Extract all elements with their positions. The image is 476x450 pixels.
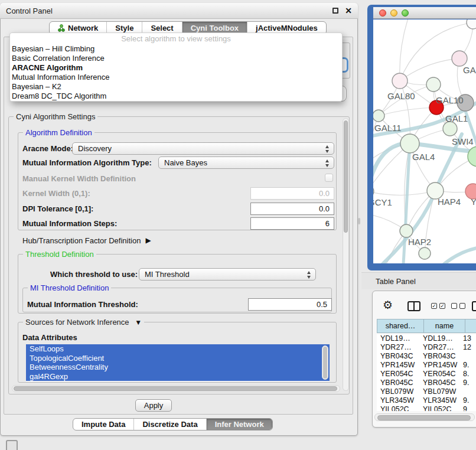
column-header-extra[interactable] [465,319,476,333]
aracne-mode-combobox[interactable]: Discovery [72,142,334,155]
table-row[interactable]: YPR145WYPR145W9. [377,361,476,370]
dropdown-item-bayesian-k2[interactable]: Bayesian – K2 [10,82,342,92]
expand-right-icon: ▶ [145,236,151,244]
table-row[interactable]: YIL052CYIL052C9 [377,405,476,411]
mi-threshold-definition-title: MI Threshold Definition [28,283,111,292]
kernel-width-label: Kernel Width (0,1): [22,187,90,200]
panel-splitter-handle[interactable] [358,218,360,224]
attribute-item-topologicalcoefficient[interactable]: TopologicalCoefficient [26,354,330,363]
tab-discretize-data[interactable]: Discretize Data [133,419,206,430]
dropdown-item-mutual-information-inference[interactable]: Mutual Information Inference [10,73,342,82]
dropdown-item-dream8-dc-tdc-algorithm[interactable]: Dream8 DC_TDC Algorithm [10,92,342,101]
tab-label: Impute Data [81,420,125,429]
dropdown-item-basic-correlation-inference[interactable]: Basic Correlation Inference [10,54,342,63]
network-window-titlebar[interactable] [373,7,476,19]
attributes-scrollbar-thumb[interactable] [323,347,327,379]
table-row[interactable]: YDR27…YDR27…12 [377,343,476,352]
table-row[interactable]: YBR045CYBR045C9. [377,379,476,387]
table-cell: YBR045C [377,379,423,387]
mi-threshold-label: Mutual Information Threshold: [27,298,138,311]
select-all-checkboxes-icon[interactable]: ✓ ✓ [431,303,445,309]
kernel-width-field[interactable]: 0.0 [250,187,334,200]
table-header-row: shared…name [377,319,476,333]
node-label-gal1: GAL1 [445,113,468,123]
node-label-gal11: GAL11 [374,123,402,133]
manual-kernel-width-label: Manual Kernel Width Definition [22,173,136,184]
attribute-item-gal4rgexp[interactable]: gal4RGexp [26,372,330,381]
minimized-panel-icon[interactable] [6,440,18,450]
close-icon[interactable]: ✕ [345,8,352,14]
network-edge[interactable] [400,58,459,81]
table-row[interactable]: YBR043CYBR043C [377,352,476,361]
attribute-item-selfloops[interactable]: SelfLoops [26,344,330,354]
table-options-icon[interactable] [472,301,476,311]
manual-kernel-width-checkbox[interactable] [325,174,333,182]
dropdown-item-aracne-algorithm[interactable]: ARACNE Algorithm [10,63,342,73]
network-node-swi4[interactable] [443,122,457,136]
mi-algorithm-type-combobox[interactable]: Naive Bayes [158,156,334,169]
network-node-gal11[interactable] [373,110,384,122]
table-row[interactable]: YBL079WYBL079W [377,387,476,396]
close-traffic-light[interactable] [379,9,386,17]
table-cell: 12 [463,343,476,352]
table-row[interactable]: YER054CYER054C8. [377,370,476,379]
split-columns-icon[interactable] [407,301,420,311]
mi-algorithm-type-value: Naive Bayes [164,158,207,167]
network-node[interactable] [467,19,476,29]
table-horizontal-scrollbar-thumb[interactable] [377,415,471,420]
network-edge-thick[interactable] [373,144,476,181]
network-tab-icon [58,24,65,32]
attribute-item-betweennesscentrality[interactable]: BetweennessCentrality [26,363,330,372]
network-node-gcy1[interactable] [373,185,374,198]
control-panel-titlebar: Control Panel ✕ [0,3,358,19]
apply-button[interactable]: Apply [135,399,172,412]
network-node-gal10[interactable] [426,77,441,92]
hub-definition-toggle[interactable]: Hub/Transcription Factor Definition ▶ [22,236,151,245]
tab-impute-data[interactable]: Impute Data [73,419,133,430]
sources-title[interactable]: Sources for Network Inference ▼ [23,318,144,327]
table-body[interactable]: YDL19…YDL19…13YDR27…YDR27…12YBR043CYBR04… [377,334,476,411]
settings-horizontal-scrollbar[interactable] [12,385,340,392]
table-cell: YDL19… [377,334,423,343]
dropdown-item-bayesian-hill-climbing[interactable]: Bayesian – Hill Climbing [10,44,342,54]
which-threshold-combobox[interactable]: MI Threshold [139,268,316,281]
table-cell: YER054C [377,370,423,379]
network-node-hap2[interactable] [400,224,413,237]
network-node-gal4[interactable] [400,134,419,153]
column-header-name[interactable]: name [424,319,465,333]
tab-infer-network[interactable]: Infer Network [206,419,272,430]
table-row[interactable]: YDL19…YDL19…13 [377,334,476,343]
node-label-gal10: GAL10 [436,95,464,105]
zoom-traffic-light[interactable] [402,9,409,17]
float-panel-icon[interactable] [332,8,338,14]
gear-icon[interactable]: ⚙ [383,299,393,312]
node-label-y: Y [471,197,476,207]
mi-threshold-field[interactable]: 0.5 [248,298,332,311]
network-node-gal[interactable] [452,51,467,66]
network-canvas[interactable]: GALGAL80GAL10GAL1GAL11SWI4GAL4GCY1HAP4YH… [373,19,476,263]
mi-steps-field[interactable]: 6 [250,217,334,230]
unchecked-box-icon [459,303,465,309]
attributes-scrollbar[interactable] [322,345,328,380]
data-attributes-list[interactable]: SelfLoopsTopologicalCoefficientBetweenne… [26,344,330,381]
minimize-traffic-light[interactable] [390,9,397,17]
settings-vertical-scrollbar-thumb[interactable] [344,120,348,233]
table-horizontal-scrollbar[interactable] [374,413,475,421]
network-node[interactable] [419,247,431,259]
network-edge-thick[interactable] [444,247,476,263]
which-threshold-label: Which threshold to use: [50,268,138,281]
hub-definition-label: Hub/Transcription Factor Definition [22,236,141,245]
column-header-shared[interactable]: shared… [377,319,424,333]
network-graph[interactable]: GALGAL80GAL10GAL1GAL11SWI4GAL4GCY1HAP4YH… [373,19,476,263]
checked-box-icon: ✓ [439,303,445,309]
table-cell: YBL079W [377,387,423,396]
settings-horizontal-scrollbar-thumb[interactable] [14,386,337,391]
network-node-gal80[interactable] [392,73,407,89]
table-row[interactable]: YLR345WYLR345W9. [377,396,476,405]
settings-vertical-scrollbar[interactable] [343,118,349,391]
dpi-tolerance-field[interactable]: 0.0 [250,203,334,215]
data-attributes-label: Data Attributes [22,332,77,342]
deselect-all-checkboxes-icon[interactable] [451,303,465,309]
algorithm-dropdown-popup: Select algorithm to view settings Bayesi… [9,32,343,102]
node-label-gal: GAL [463,65,476,75]
